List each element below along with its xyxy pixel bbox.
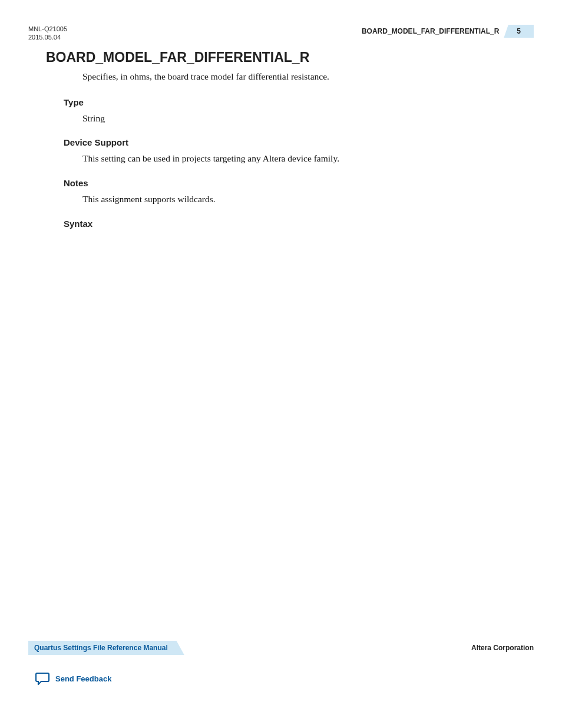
manual-title-link[interactable]: Quartus Settings File Reference Manual	[28, 641, 184, 655]
section-notes-body: This assignment supports wildcards.	[82, 193, 516, 206]
header-right: BOARD_MODEL_FAR_DIFFERENTIAL_R 5	[362, 25, 534, 38]
description-text: Specifies, in ohms, the board trace mode…	[82, 70, 516, 83]
content-area: BOARD_MODEL_FAR_DIFFERENTIAL_R Specifies…	[46, 50, 516, 233]
doc-meta: MNL-Q21005 2015.05.04	[28, 25, 67, 42]
page-title: BOARD_MODEL_FAR_DIFFERENTIAL_R	[46, 50, 516, 65]
send-feedback-label: Send Feedback	[55, 674, 111, 683]
section-device-support-label: Device Support	[64, 137, 516, 147]
section-device-support-body: This setting can be used in projects tar…	[82, 152, 516, 165]
doc-date: 2015.05.04	[28, 33, 67, 41]
speech-bubble-icon	[35, 671, 51, 686]
page-header: MNL-Q21005 2015.05.04 BOARD_MODEL_FAR_DI…	[28, 25, 534, 42]
section-syntax-label: Syntax	[64, 219, 516, 229]
send-feedback-link[interactable]: Send Feedback	[35, 671, 534, 686]
section-type-body: String	[82, 112, 516, 125]
section-notes-label: Notes	[64, 178, 516, 188]
page-number-badge: 5	[504, 25, 534, 38]
page-footer: Quartus Settings File Reference Manual A…	[28, 641, 534, 686]
company-name: Altera Corporation	[471, 644, 534, 652]
doc-id: MNL-Q21005	[28, 25, 67, 33]
section-type-label: Type	[64, 97, 516, 107]
running-title: BOARD_MODEL_FAR_DIFFERENTIAL_R	[362, 27, 499, 35]
footer-bar: Quartus Settings File Reference Manual A…	[28, 641, 534, 655]
